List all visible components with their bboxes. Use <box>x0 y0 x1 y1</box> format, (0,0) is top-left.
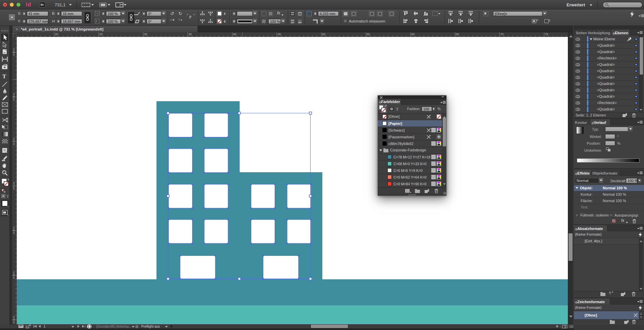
svg-text:30: 30 <box>144 33 147 36</box>
svg-text:0: 0 <box>13 231 15 235</box>
svg-text:5: 5 <box>13 276 15 279</box>
svg-text:55: 55 <box>367 33 370 36</box>
svg-text:0: 0 <box>13 53 15 56</box>
svg-text:T: T <box>2 73 6 80</box>
svg-text:0: 0 <box>13 321 15 324</box>
svg-text:5: 5 <box>13 187 15 190</box>
svg-text:50: 50 <box>322 33 325 36</box>
svg-text:40: 40 <box>233 33 236 36</box>
svg-text:65: 65 <box>456 33 459 36</box>
svg-text:45: 45 <box>277 33 281 36</box>
svg-text:70: 70 <box>500 33 503 36</box>
svg-text:5: 5 <box>13 98 15 101</box>
svg-text:75: 75 <box>545 33 548 36</box>
svg-text:20: 20 <box>55 33 58 36</box>
svg-text:25: 25 <box>99 33 103 36</box>
svg-text:35: 35 <box>189 33 192 36</box>
svg-text:0: 0 <box>13 142 15 146</box>
svg-text:60: 60 <box>411 33 415 36</box>
svg-text:T: T <box>6 194 9 199</box>
